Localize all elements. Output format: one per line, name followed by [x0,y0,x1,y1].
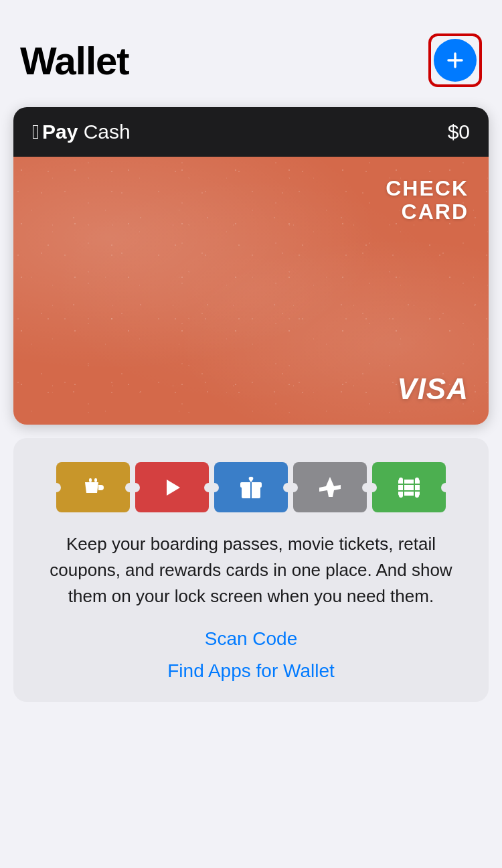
svg-point-13 [399,478,403,482]
apple-icon:  [32,122,39,142]
apple-pay-header:  Pay Cash $0 [13,107,489,157]
flight-pass-icon [293,462,367,512]
music-pass-icon [135,462,209,512]
coffee-icon [78,473,108,502]
scan-code-link[interactable]: Scan Code [33,628,469,650]
passes-section: Keep your boarding passes, movie tickets… [13,438,489,702]
add-button-highlight [428,33,482,87]
visa-card[interactable]: CHECK CARD VISA [13,157,489,425]
svg-rect-8 [398,480,420,496]
svg-marker-4 [167,480,180,496]
pass-icons-row [33,462,469,512]
apple-pay-label: Pay Cash [42,121,131,143]
movie-pass-icon [372,462,446,512]
card-container[interactable]:  Pay Cash $0 CHECK CARD VISA [13,107,489,425]
gift-icon [236,473,266,502]
svg-point-15 [399,494,403,498]
coffee-pass-icon [56,462,130,512]
flight-icon [315,473,345,502]
movie-icon [394,473,424,502]
svg-point-16 [415,494,419,498]
apple-pay-logo:  Pay Cash [32,121,131,143]
find-apps-link[interactable]: Find Apps for Wallet [33,660,469,682]
card-label: CHECK CARD [386,177,469,224]
header: Wallet [0,0,502,100]
balance-amount: $0 [448,121,470,143]
passes-description: Keep your boarding passes, movie tickets… [33,531,469,609]
add-button[interactable] [434,39,477,82]
page-title: Wallet [20,38,129,83]
gift-pass-icon [214,462,288,512]
music-icon [157,473,187,502]
svg-rect-3 [94,478,97,482]
svg-rect-2 [89,478,92,482]
card-network-label: VISA [397,372,469,406]
svg-point-14 [415,478,419,482]
